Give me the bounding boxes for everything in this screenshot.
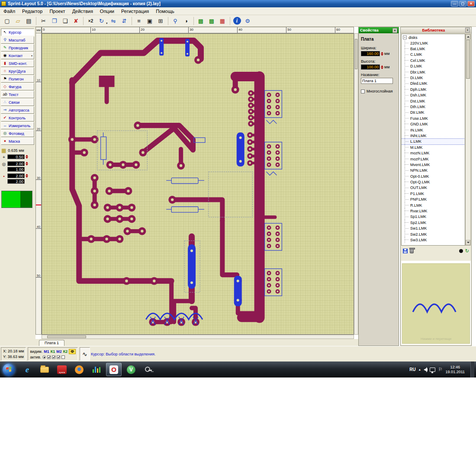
stamp-icon[interactable]: ▣	[145, 16, 155, 26]
library-item[interactable]: Sp2.LMK	[402, 220, 465, 225]
library-item[interactable]: D.LMK	[402, 64, 465, 69]
library-item[interactable]: 220V.LMK	[402, 40, 465, 46]
tree-collapse-icon[interactable]: −	[403, 35, 407, 39]
library-item[interactable]: Sw1.LMK	[402, 226, 465, 231]
tool-connections[interactable]: ∴Связи	[1, 99, 34, 106]
taskbar-firefox[interactable]	[71, 363, 87, 376]
library-root-item[interactable]: − disks	[402, 35, 465, 40]
layer-f-button[interactable]: Ф	[69, 349, 76, 354]
menu-help[interactable]: Помощь	[152, 8, 178, 15]
paste-icon[interactable]: ❏	[60, 16, 70, 26]
tool-shape[interactable]: ◇Фигура	[1, 83, 34, 90]
tool-mask[interactable]: ●Маска	[1, 138, 34, 145]
library-item[interactable]: Sw2.LMK	[402, 231, 465, 237]
layer-visible-checkbox[interactable]	[47, 355, 51, 359]
rotate-icon[interactable]: ↻	[96, 16, 106, 26]
horizontal-scrollbar[interactable]	[42, 335, 354, 339]
library-item[interactable]: Rvar.LMK	[402, 208, 465, 214]
clock[interactable]: 12:46 19.01.2011	[446, 365, 465, 374]
library-scrollbar-thumb[interactable]	[466, 40, 470, 79]
taskbar-ie[interactable]: e	[19, 363, 35, 376]
hidden-icons-chevron[interactable]: ▴	[419, 368, 421, 371]
library-item[interactable]: OUT.LMK	[402, 185, 465, 191]
pad-size-spinner[interactable]	[26, 162, 28, 166]
library-item[interactable]: Cel.LMK	[402, 58, 465, 63]
vertical-scrollbar[interactable]	[354, 33, 358, 335]
library-save-icon[interactable]	[403, 249, 408, 253]
rotate-dropdown-icon[interactable]: ▾	[106, 22, 108, 25]
align-icon[interactable]: ≡	[134, 16, 144, 26]
action-center-flag-icon[interactable]: ⚐	[438, 367, 443, 372]
layer-visible-checkbox[interactable]	[57, 355, 60, 359]
layer-visible-checkbox[interactable]	[61, 355, 65, 359]
library-scrollbar[interactable]	[465, 34, 471, 246]
show-desktop-button[interactable]	[470, 361, 474, 377]
track-width-field[interactable]: 0.50	[7, 154, 25, 159]
library-item[interactable]: Sp1.LMK	[402, 214, 465, 220]
library-item[interactable]: Bat.LMK	[402, 46, 465, 51]
library-item[interactable]: Dled.LMK	[402, 81, 465, 86]
library-item[interactable]: M.LMK	[402, 144, 465, 150]
tool-smd-pad[interactable]: ▮SMD-конт.	[1, 60, 34, 67]
board-tab[interactable]: Плата 1	[39, 340, 64, 346]
smd-size-spinner[interactable]	[26, 174, 28, 178]
vertical-scrollbar-thumb[interactable]	[355, 39, 357, 69]
start-button[interactable]	[3, 364, 15, 376]
properties-close-icon[interactable]: ✕	[392, 28, 397, 33]
copy-icon[interactable]: ❐	[49, 16, 59, 26]
menu-actions[interactable]: Действия	[69, 8, 96, 15]
layer-k1-button[interactable]: К1	[51, 349, 55, 354]
library-item[interactable]: Dtr.LMK	[402, 110, 465, 115]
tool-photoview[interactable]: ◎Фотовид	[1, 130, 34, 137]
library-item[interactable]: Dbr.LMK	[402, 69, 465, 75]
library-close-icon[interactable]: ✕	[465, 28, 470, 32]
layer-k2-button[interactable]: К2	[63, 349, 68, 354]
library-delete-icon[interactable]	[410, 249, 414, 253]
tool-polygon[interactable]: ⚑Полигон	[1, 75, 34, 83]
layer-visible-checkbox[interactable]	[52, 355, 55, 359]
library-item[interactable]: mozN.LMK	[402, 150, 465, 156]
pad-dropdown-icon[interactable]: ▾	[31, 54, 32, 57]
library-item[interactable]: Dph.LMK	[402, 86, 465, 92]
menu-edit[interactable]: Редактор	[19, 8, 46, 15]
active-layer-radio[interactable]	[42, 355, 46, 359]
library-item[interactable]: C.LMK	[402, 52, 465, 58]
menu-project[interactable]: Проект	[46, 8, 68, 15]
footprint-icon[interactable]: ⊞	[156, 16, 166, 26]
smd-width-field[interactable]: 2.00	[7, 173, 25, 178]
menu-registration[interactable]: Регистрация	[118, 8, 152, 15]
tool-track[interactable]: ✎Проводник	[1, 44, 34, 51]
menu-options[interactable]: Опции	[96, 8, 118, 15]
scroll-up-icon[interactable]	[466, 34, 470, 39]
print-icon[interactable]: ▤	[24, 16, 34, 26]
library-refresh-icon[interactable]: ↻	[465, 249, 469, 253]
new-file-icon[interactable]: ▢	[2, 16, 12, 26]
grid-setting[interactable]: ▦ 0.635 мм	[1, 148, 34, 153]
board-height-spinner[interactable]	[381, 65, 383, 69]
tool-measure[interactable]: ↔Измеритель	[1, 122, 34, 129]
tool-cursor[interactable]: ↖Курсор	[1, 29, 34, 36]
tool-control[interactable]: ✔Контроль	[1, 114, 34, 122]
contrast-icon[interactable]: ◑	[181, 16, 191, 26]
library-item[interactable]: Opt-Q.LMK	[402, 179, 465, 185]
multilayer-checkbox[interactable]	[361, 90, 365, 93]
curve-tool-icon[interactable]: ∿	[80, 347, 90, 361]
tool-pad[interactable]: ◉Контакт▾	[1, 52, 34, 59]
maximize-icon[interactable]: ▢	[459, 1, 466, 6]
delete-icon[interactable]: ✘	[71, 16, 81, 26]
library-item[interactable]: mozP.LMK	[402, 156, 465, 162]
close-icon[interactable]: ✕	[467, 1, 475, 6]
tool-text[interactable]: abТекст	[1, 91, 34, 98]
pad-inner-field[interactable]: 1.00	[7, 167, 25, 172]
layer-grid-2-icon[interactable]: ▩	[207, 16, 217, 26]
board-name-input[interactable]	[361, 78, 393, 84]
mirror-vertical-icon[interactable]: ⇵	[119, 16, 129, 26]
layer-color-swatch[interactable]	[1, 191, 32, 208]
library-item[interactable]: L.LMK	[402, 139, 465, 144]
board-width-field[interactable]: 160.00	[361, 51, 380, 56]
tool-zoom[interactable]: ⚲Масштаб	[1, 36, 34, 44]
library-item[interactable]: NPN.LMK	[402, 168, 465, 173]
taskbar-keys[interactable]	[141, 363, 156, 376]
taskbar-mixer[interactable]	[89, 363, 104, 376]
taskbar-v-app[interactable]: V	[123, 363, 139, 376]
